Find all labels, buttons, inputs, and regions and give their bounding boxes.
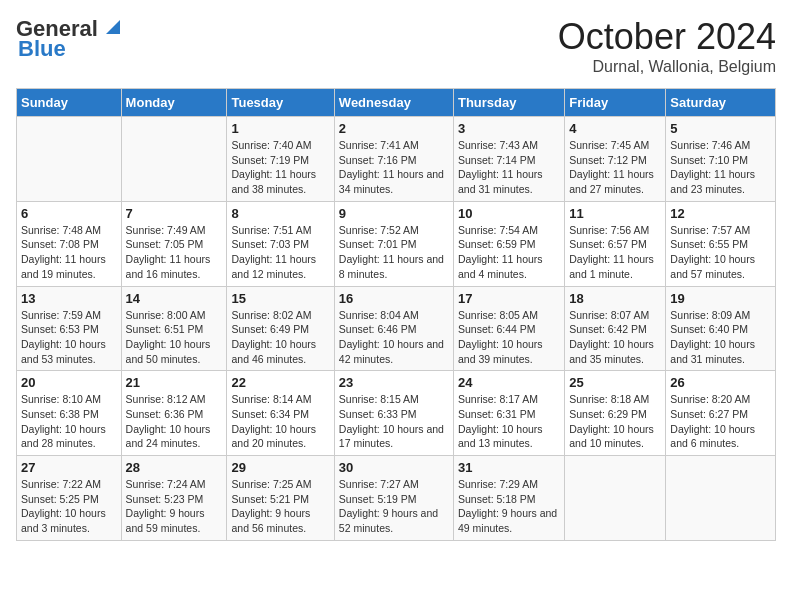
week-row-4: 20Sunrise: 8:10 AMSunset: 6:38 PMDayligh… — [17, 371, 776, 456]
day-info: Sunrise: 8:04 AMSunset: 6:46 PMDaylight:… — [339, 308, 449, 367]
calendar-cell: 4Sunrise: 7:45 AMSunset: 7:12 PMDaylight… — [565, 117, 666, 202]
day-info: Sunrise: 7:40 AMSunset: 7:19 PMDaylight:… — [231, 138, 329, 197]
day-info: Sunrise: 7:29 AMSunset: 5:18 PMDaylight:… — [458, 477, 560, 536]
day-number: 12 — [670, 206, 771, 221]
day-info: Sunrise: 7:57 AMSunset: 6:55 PMDaylight:… — [670, 223, 771, 282]
header-tuesday: Tuesday — [227, 89, 334, 117]
day-number: 16 — [339, 291, 449, 306]
day-number: 1 — [231, 121, 329, 136]
day-number: 18 — [569, 291, 661, 306]
day-info: Sunrise: 8:20 AMSunset: 6:27 PMDaylight:… — [670, 392, 771, 451]
day-number: 30 — [339, 460, 449, 475]
day-info: Sunrise: 7:52 AMSunset: 7:01 PMDaylight:… — [339, 223, 449, 282]
calendar-cell: 27Sunrise: 7:22 AMSunset: 5:25 PMDayligh… — [17, 456, 122, 541]
day-number: 22 — [231, 375, 329, 390]
day-number: 7 — [126, 206, 223, 221]
logo-icon — [100, 16, 122, 38]
calendar-cell: 29Sunrise: 7:25 AMSunset: 5:21 PMDayligh… — [227, 456, 334, 541]
day-number: 11 — [569, 206, 661, 221]
day-number: 28 — [126, 460, 223, 475]
calendar-cell: 7Sunrise: 7:49 AMSunset: 7:05 PMDaylight… — [121, 201, 227, 286]
day-info: Sunrise: 8:09 AMSunset: 6:40 PMDaylight:… — [670, 308, 771, 367]
day-number: 3 — [458, 121, 560, 136]
calendar-cell: 17Sunrise: 8:05 AMSunset: 6:44 PMDayligh… — [453, 286, 564, 371]
day-info: Sunrise: 8:14 AMSunset: 6:34 PMDaylight:… — [231, 392, 329, 451]
day-number: 9 — [339, 206, 449, 221]
calendar-cell: 14Sunrise: 8:00 AMSunset: 6:51 PMDayligh… — [121, 286, 227, 371]
day-number: 21 — [126, 375, 223, 390]
calendar-cell: 26Sunrise: 8:20 AMSunset: 6:27 PMDayligh… — [666, 371, 776, 456]
calendar-cell: 9Sunrise: 7:52 AMSunset: 7:01 PMDaylight… — [334, 201, 453, 286]
day-info: Sunrise: 8:17 AMSunset: 6:31 PMDaylight:… — [458, 392, 560, 451]
day-info: Sunrise: 7:22 AMSunset: 5:25 PMDaylight:… — [21, 477, 117, 536]
day-number: 19 — [670, 291, 771, 306]
calendar-cell: 25Sunrise: 8:18 AMSunset: 6:29 PMDayligh… — [565, 371, 666, 456]
day-info: Sunrise: 7:24 AMSunset: 5:23 PMDaylight:… — [126, 477, 223, 536]
day-info: Sunrise: 7:25 AMSunset: 5:21 PMDaylight:… — [231, 477, 329, 536]
day-info: Sunrise: 7:45 AMSunset: 7:12 PMDaylight:… — [569, 138, 661, 197]
calendar-cell: 13Sunrise: 7:59 AMSunset: 6:53 PMDayligh… — [17, 286, 122, 371]
day-info: Sunrise: 8:10 AMSunset: 6:38 PMDaylight:… — [21, 392, 117, 451]
week-row-3: 13Sunrise: 7:59 AMSunset: 6:53 PMDayligh… — [17, 286, 776, 371]
day-number: 8 — [231, 206, 329, 221]
calendar-cell — [666, 456, 776, 541]
calendar-cell — [17, 117, 122, 202]
day-number: 5 — [670, 121, 771, 136]
week-row-5: 27Sunrise: 7:22 AMSunset: 5:25 PMDayligh… — [17, 456, 776, 541]
calendar-cell: 12Sunrise: 7:57 AMSunset: 6:55 PMDayligh… — [666, 201, 776, 286]
day-number: 14 — [126, 291, 223, 306]
day-info: Sunrise: 7:41 AMSunset: 7:16 PMDaylight:… — [339, 138, 449, 197]
header-friday: Friday — [565, 89, 666, 117]
day-info: Sunrise: 7:51 AMSunset: 7:03 PMDaylight:… — [231, 223, 329, 282]
day-number: 10 — [458, 206, 560, 221]
calendar-cell: 19Sunrise: 8:09 AMSunset: 6:40 PMDayligh… — [666, 286, 776, 371]
week-row-2: 6Sunrise: 7:48 AMSunset: 7:08 PMDaylight… — [17, 201, 776, 286]
calendar-subtitle: Durnal, Wallonia, Belgium — [558, 58, 776, 76]
day-info: Sunrise: 8:02 AMSunset: 6:49 PMDaylight:… — [231, 308, 329, 367]
day-number: 4 — [569, 121, 661, 136]
calendar-cell: 21Sunrise: 8:12 AMSunset: 6:36 PMDayligh… — [121, 371, 227, 456]
week-row-1: 1Sunrise: 7:40 AMSunset: 7:19 PMDaylight… — [17, 117, 776, 202]
calendar-title: October 2024 — [558, 16, 776, 58]
day-info: Sunrise: 7:59 AMSunset: 6:53 PMDaylight:… — [21, 308, 117, 367]
day-info: Sunrise: 7:27 AMSunset: 5:19 PMDaylight:… — [339, 477, 449, 536]
day-info: Sunrise: 7:43 AMSunset: 7:14 PMDaylight:… — [458, 138, 560, 197]
calendar-cell: 3Sunrise: 7:43 AMSunset: 7:14 PMDaylight… — [453, 117, 564, 202]
calendar-cell: 6Sunrise: 7:48 AMSunset: 7:08 PMDaylight… — [17, 201, 122, 286]
header-thursday: Thursday — [453, 89, 564, 117]
page-header: General Blue October 2024 Durnal, Wallon… — [16, 16, 776, 76]
calendar-cell: 11Sunrise: 7:56 AMSunset: 6:57 PMDayligh… — [565, 201, 666, 286]
day-number: 2 — [339, 121, 449, 136]
calendar-cell: 31Sunrise: 7:29 AMSunset: 5:18 PMDayligh… — [453, 456, 564, 541]
day-info: Sunrise: 8:07 AMSunset: 6:42 PMDaylight:… — [569, 308, 661, 367]
day-info: Sunrise: 7:56 AMSunset: 6:57 PMDaylight:… — [569, 223, 661, 282]
day-info: Sunrise: 8:05 AMSunset: 6:44 PMDaylight:… — [458, 308, 560, 367]
calendar-cell: 8Sunrise: 7:51 AMSunset: 7:03 PMDaylight… — [227, 201, 334, 286]
day-number: 17 — [458, 291, 560, 306]
calendar-cell: 10Sunrise: 7:54 AMSunset: 6:59 PMDayligh… — [453, 201, 564, 286]
day-number: 20 — [21, 375, 117, 390]
header-sunday: Sunday — [17, 89, 122, 117]
day-info: Sunrise: 7:48 AMSunset: 7:08 PMDaylight:… — [21, 223, 117, 282]
day-number: 27 — [21, 460, 117, 475]
day-info: Sunrise: 8:15 AMSunset: 6:33 PMDaylight:… — [339, 392, 449, 451]
calendar-cell: 23Sunrise: 8:15 AMSunset: 6:33 PMDayligh… — [334, 371, 453, 456]
svg-marker-0 — [106, 20, 120, 34]
calendar-cell: 22Sunrise: 8:14 AMSunset: 6:34 PMDayligh… — [227, 371, 334, 456]
calendar-cell: 2Sunrise: 7:41 AMSunset: 7:16 PMDaylight… — [334, 117, 453, 202]
calendar-cell — [565, 456, 666, 541]
calendar-cell: 5Sunrise: 7:46 AMSunset: 7:10 PMDaylight… — [666, 117, 776, 202]
day-info: Sunrise: 8:18 AMSunset: 6:29 PMDaylight:… — [569, 392, 661, 451]
day-number: 13 — [21, 291, 117, 306]
calendar-cell: 24Sunrise: 8:17 AMSunset: 6:31 PMDayligh… — [453, 371, 564, 456]
day-number: 24 — [458, 375, 560, 390]
day-number: 25 — [569, 375, 661, 390]
header-wednesday: Wednesday — [334, 89, 453, 117]
calendar-cell — [121, 117, 227, 202]
logo-blue: Blue — [18, 36, 66, 62]
day-number: 29 — [231, 460, 329, 475]
day-info: Sunrise: 7:46 AMSunset: 7:10 PMDaylight:… — [670, 138, 771, 197]
calendar-cell: 20Sunrise: 8:10 AMSunset: 6:38 PMDayligh… — [17, 371, 122, 456]
day-number: 31 — [458, 460, 560, 475]
day-number: 26 — [670, 375, 771, 390]
